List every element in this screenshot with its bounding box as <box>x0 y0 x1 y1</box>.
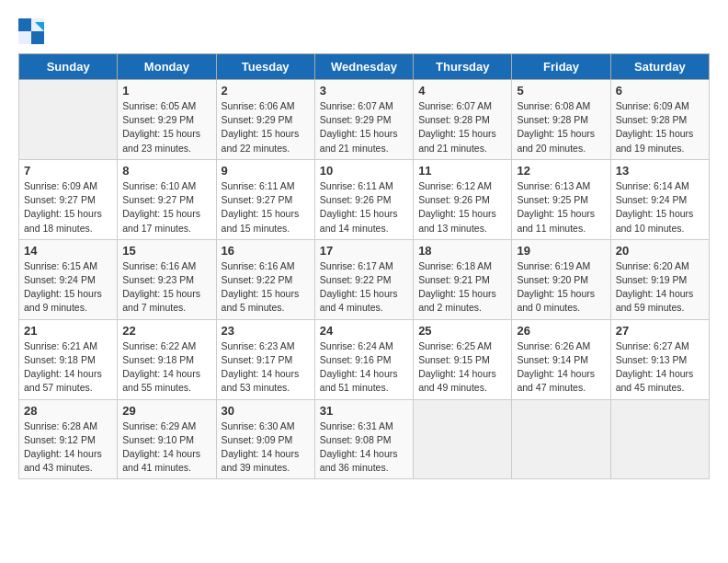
day-number: 6 <box>616 84 704 98</box>
day-info: Sunrise: 6:15 AMSunset: 9:24 PMDaylight:… <box>24 259 112 316</box>
day-info: Sunrise: 6:17 AMSunset: 9:22 PMDaylight:… <box>320 259 408 316</box>
calendar-table: SundayMondayTuesdayWednesdayThursdayFrid… <box>18 53 710 479</box>
day-header-monday: Monday <box>118 54 216 80</box>
day-info: Sunrise: 6:19 AMSunset: 9:20 PMDaylight:… <box>517 259 605 316</box>
day-info: Sunrise: 6:05 AMSunset: 9:29 PMDaylight:… <box>122 99 210 155</box>
logo <box>18 18 48 44</box>
calendar-cell: 3Sunrise: 6:07 AMSunset: 9:29 PMDaylight… <box>314 80 413 160</box>
calendar-cell: 29Sunrise: 6:29 AMSunset: 9:10 PMDayligh… <box>118 399 216 479</box>
calendar-cell: 1Sunrise: 6:05 AMSunset: 9:29 PMDaylight… <box>118 80 216 160</box>
calendar-cell <box>19 80 118 160</box>
week-row-2: 7Sunrise: 6:09 AMSunset: 9:27 PMDaylight… <box>19 159 710 239</box>
calendar-cell: 30Sunrise: 6:30 AMSunset: 9:09 PMDayligh… <box>216 399 314 479</box>
day-info: Sunrise: 6:26 AMSunset: 9:14 PMDaylight:… <box>517 339 605 396</box>
calendar-cell: 7Sunrise: 6:09 AMSunset: 9:27 PMDaylight… <box>19 159 118 239</box>
day-number: 20 <box>616 244 704 258</box>
day-number: 24 <box>320 324 408 338</box>
day-number: 21 <box>24 324 112 338</box>
day-info: Sunrise: 6:06 AMSunset: 9:29 PMDaylight:… <box>222 99 310 155</box>
day-number: 2 <box>222 84 310 98</box>
day-info: Sunrise: 6:24 AMSunset: 9:16 PMDaylight:… <box>320 339 408 396</box>
day-number: 5 <box>517 84 605 98</box>
calendar-cell: 14Sunrise: 6:15 AMSunset: 9:24 PMDayligh… <box>19 239 118 319</box>
day-number: 28 <box>24 404 112 418</box>
day-header-wednesday: Wednesday <box>314 54 413 80</box>
page-header <box>18 18 710 44</box>
day-info: Sunrise: 6:13 AMSunset: 9:25 PMDaylight:… <box>517 179 605 236</box>
calendar-cell: 18Sunrise: 6:18 AMSunset: 9:21 PMDayligh… <box>414 239 512 319</box>
svg-rect-0 <box>18 18 31 31</box>
day-number: 18 <box>418 244 506 258</box>
calendar-cell: 25Sunrise: 6:25 AMSunset: 9:15 PMDayligh… <box>414 319 512 399</box>
day-info: Sunrise: 6:27 AMSunset: 9:13 PMDaylight:… <box>616 339 704 396</box>
day-number: 23 <box>222 324 310 338</box>
day-info: Sunrise: 6:12 AMSunset: 9:26 PMDaylight:… <box>418 179 506 236</box>
day-info: Sunrise: 6:21 AMSunset: 9:18 PMDaylight:… <box>24 339 112 396</box>
day-number: 3 <box>320 84 408 98</box>
day-info: Sunrise: 6:29 AMSunset: 9:10 PMDaylight:… <box>122 419 210 476</box>
calendar-cell: 23Sunrise: 6:23 AMSunset: 9:17 PMDayligh… <box>216 319 314 399</box>
calendar-cell <box>610 399 709 479</box>
day-header-tuesday: Tuesday <box>216 54 314 80</box>
week-row-1: 1Sunrise: 6:05 AMSunset: 9:29 PMDaylight… <box>19 80 710 160</box>
day-number: 7 <box>24 164 112 178</box>
day-number: 25 <box>418 324 506 338</box>
calendar-cell: 5Sunrise: 6:08 AMSunset: 9:28 PMDaylight… <box>512 80 610 160</box>
day-number: 11 <box>418 164 506 178</box>
day-number: 16 <box>222 244 310 258</box>
calendar-cell: 8Sunrise: 6:10 AMSunset: 9:27 PMDaylight… <box>118 159 216 239</box>
day-info: Sunrise: 6:08 AMSunset: 9:28 PMDaylight:… <box>517 99 605 155</box>
day-number: 22 <box>122 324 210 338</box>
day-number: 8 <box>122 164 210 178</box>
day-header-saturday: Saturday <box>610 54 709 80</box>
day-number: 10 <box>320 164 408 178</box>
calendar-cell: 10Sunrise: 6:11 AMSunset: 9:26 PMDayligh… <box>314 159 413 239</box>
day-number: 12 <box>517 164 605 178</box>
calendar-cell: 4Sunrise: 6:07 AMSunset: 9:28 PMDaylight… <box>414 80 512 160</box>
calendar-cell: 15Sunrise: 6:16 AMSunset: 9:23 PMDayligh… <box>118 239 216 319</box>
day-info: Sunrise: 6:31 AMSunset: 9:08 PMDaylight:… <box>320 419 408 476</box>
day-number: 26 <box>517 324 605 338</box>
day-header-friday: Friday <box>512 54 610 80</box>
calendar-cell <box>512 399 610 479</box>
day-info: Sunrise: 6:07 AMSunset: 9:28 PMDaylight:… <box>418 99 506 155</box>
header-row: SundayMondayTuesdayWednesdayThursdayFrid… <box>19 54 710 80</box>
week-row-3: 14Sunrise: 6:15 AMSunset: 9:24 PMDayligh… <box>19 239 710 319</box>
day-number: 13 <box>616 164 704 178</box>
day-number: 31 <box>320 404 408 418</box>
calendar-cell <box>414 399 512 479</box>
logo-icon <box>18 18 44 44</box>
day-info: Sunrise: 6:16 AMSunset: 9:23 PMDaylight:… <box>122 259 210 316</box>
day-info: Sunrise: 6:23 AMSunset: 9:17 PMDaylight:… <box>222 339 310 396</box>
day-info: Sunrise: 6:07 AMSunset: 9:29 PMDaylight:… <box>320 99 408 155</box>
calendar-cell: 28Sunrise: 6:28 AMSunset: 9:12 PMDayligh… <box>19 399 118 479</box>
calendar-cell: 20Sunrise: 6:20 AMSunset: 9:19 PMDayligh… <box>610 239 709 319</box>
day-number: 17 <box>320 244 408 258</box>
svg-rect-3 <box>31 31 44 44</box>
day-number: 19 <box>517 244 605 258</box>
day-info: Sunrise: 6:22 AMSunset: 9:18 PMDaylight:… <box>122 339 210 396</box>
calendar-cell: 31Sunrise: 6:31 AMSunset: 9:08 PMDayligh… <box>314 399 413 479</box>
day-number: 9 <box>222 164 310 178</box>
week-row-4: 21Sunrise: 6:21 AMSunset: 9:18 PMDayligh… <box>19 319 710 399</box>
day-number: 1 <box>122 84 210 98</box>
day-number: 27 <box>616 324 704 338</box>
day-info: Sunrise: 6:09 AMSunset: 9:28 PMDaylight:… <box>616 99 704 155</box>
calendar-cell: 9Sunrise: 6:11 AMSunset: 9:27 PMDaylight… <box>216 159 314 239</box>
day-info: Sunrise: 6:18 AMSunset: 9:21 PMDaylight:… <box>418 259 506 316</box>
day-number: 14 <box>24 244 112 258</box>
calendar-cell: 19Sunrise: 6:19 AMSunset: 9:20 PMDayligh… <box>512 239 610 319</box>
day-number: 30 <box>222 404 310 418</box>
week-row-5: 28Sunrise: 6:28 AMSunset: 9:12 PMDayligh… <box>19 399 710 479</box>
day-info: Sunrise: 6:11 AMSunset: 9:26 PMDaylight:… <box>320 179 408 236</box>
calendar-cell: 6Sunrise: 6:09 AMSunset: 9:28 PMDaylight… <box>610 80 709 160</box>
day-info: Sunrise: 6:30 AMSunset: 9:09 PMDaylight:… <box>222 419 310 476</box>
day-info: Sunrise: 6:09 AMSunset: 9:27 PMDaylight:… <box>24 179 112 236</box>
day-info: Sunrise: 6:11 AMSunset: 9:27 PMDaylight:… <box>222 179 310 236</box>
calendar-cell: 13Sunrise: 6:14 AMSunset: 9:24 PMDayligh… <box>610 159 709 239</box>
day-header-sunday: Sunday <box>19 54 118 80</box>
calendar-cell: 27Sunrise: 6:27 AMSunset: 9:13 PMDayligh… <box>610 319 709 399</box>
calendar-cell: 12Sunrise: 6:13 AMSunset: 9:25 PMDayligh… <box>512 159 610 239</box>
day-header-thursday: Thursday <box>414 54 512 80</box>
day-info: Sunrise: 6:28 AMSunset: 9:12 PMDaylight:… <box>24 419 112 476</box>
